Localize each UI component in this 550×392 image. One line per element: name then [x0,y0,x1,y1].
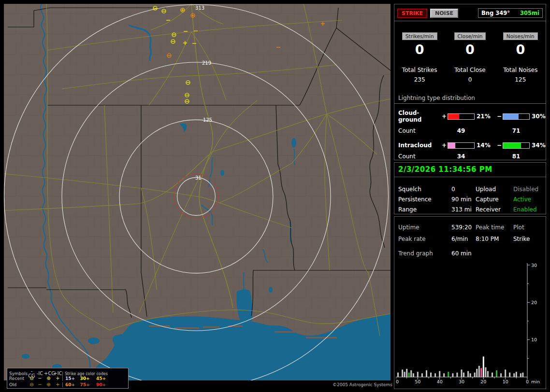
noises-per-min-column: Noises/min 0 [495,31,546,57]
ic-pos-bar [448,142,475,149]
trend-bar [406,369,407,377]
squelch-label: Squelch [398,186,451,193]
trend-bar [492,373,493,377]
distribution-title: Lightning type distribution [394,95,546,104]
trend-row: Trend graph 60 min [394,248,546,259]
status-grid: Uptime 539:20 Peak time Plot Peak rate 6… [394,217,546,259]
cloud-ground-row: Cloud-ground + 21% − 30% [394,110,546,123]
trend-bar [434,373,436,377]
cg-pos-icon: ⊕ [44,376,53,381]
age-code: 75+ [77,382,92,387]
age-code: 90+ [92,382,110,387]
trend-bar [408,373,410,377]
trend-bar [448,372,449,377]
trend-bar [470,373,471,377]
plot-value: Strike [513,236,546,242]
total-strikes: Total Strikes 235 [394,67,445,83]
cg-pos-pct: 21% [475,113,496,120]
bearing-value: Bng 349° [481,10,510,16]
trend-bar [410,370,412,377]
range-ring-label: 31 [195,175,202,181]
trend-bar [426,370,427,377]
ic-pos-count: 34 [448,153,475,160]
trend-bar [474,373,476,377]
count-label: Count [398,127,441,134]
trend-bar [467,371,469,377]
trend-bar [483,357,484,378]
capture-label: Capture [476,196,513,203]
bearing-display: Bng 349° 305mi [478,8,543,18]
count-label: Count [398,153,441,160]
cg-pos-bar [448,113,475,120]
peak-time-value: 8:10 PM [476,236,513,242]
ic-pos-icon: + [53,376,62,381]
range-value: 313 mi [451,206,476,213]
trend-bar [478,366,480,377]
age-code: 45+ [92,376,110,381]
divider [394,21,546,21]
intracloud-row: Intracloud + 14% − 34% [394,142,546,149]
legend-row-recent-label: Recent [8,376,28,381]
trend-x-label: 30 [459,379,464,384]
settings-row: Range 313 mi Receiver Enabled [394,204,546,214]
trend-bar [463,373,464,377]
trend-bar [461,370,463,378]
upload-label: Upload [476,186,513,193]
cg-neg-count: 71 [503,127,530,134]
close-per-min-value: 0 [445,42,495,57]
range-ring-label: 125 [203,117,212,123]
trend-bar [509,373,510,377]
trend-bar [417,372,419,377]
noise-button[interactable]: NOISE [430,9,458,18]
trend-bar [413,373,414,377]
upload-status: Disabled [513,186,546,193]
close-per-min-column: Close/min 0 [445,31,495,57]
plot-label: Plot [513,224,546,231]
trend-bar [476,369,478,377]
intracloud-count-row: Count 34 81 [394,153,546,160]
uptime-label: Uptime [398,224,451,231]
trend-x-unit: min [531,379,540,384]
total-close-label: Total Close [445,67,495,73]
minus-sign: − [496,142,503,149]
age-code: 15+ [62,376,77,381]
status-row: Peak rate 6/min 8:10 PM Strike [394,233,546,245]
copyright-text: ©2005 Astrogenic Systems [333,382,392,387]
status-trend-box: Uptime 539:20 Peak time Plot Peak rate 6… [394,216,546,389]
trend-bar [452,373,453,377]
trend-x-label: 10 [503,379,508,384]
trend-bar [402,370,403,378]
trend-bar [480,368,482,377]
trend-bar [421,373,423,377]
close-per-min-chip[interactable]: Close/min [454,32,486,40]
total-strikes-label: Total Strikes [394,67,445,73]
peak-time-label: Peak time [476,224,513,231]
strike-button[interactable]: STRIKE [397,9,427,18]
lightning-map[interactable]: 31321912531 [4,4,391,380]
strikes-per-min-chip[interactable]: Strikes/min [402,32,437,40]
strike-symbol-cg-pos [181,8,185,12]
ic-neg-count: 81 [503,153,530,160]
trend-x-label: 50 [415,379,420,384]
map-legend: Symbols -CG -IC +CG +IC Strike age color… [7,368,129,389]
ic-neg-pct: 34% [530,142,546,149]
plus-sign: + [441,113,448,120]
trend-bar [485,367,486,377]
minus-sign: − [496,113,503,120]
total-noises-label: Total Noises [495,67,546,73]
noises-per-min-chip[interactable]: Noises/min [503,32,538,40]
range-ring-label: 219 [202,60,211,66]
trend-bar [439,371,440,377]
total-strikes-value: 235 [394,76,445,83]
trend-bar [456,373,458,377]
peak-rate-value: 6/min [451,236,476,242]
distance-value: 305mi [520,10,539,16]
cg-neg-bar [503,113,530,120]
peak-rate-label: Peak rate [398,236,451,242]
uptime-value: 539:20 [451,224,476,231]
legend-age-header: Strike age color codes [62,372,110,376]
cg-neg-pct: 30% [530,113,546,120]
range-label: Range [398,206,451,213]
trend-bar [496,370,497,377]
ic-neg-icon: − [36,382,44,387]
